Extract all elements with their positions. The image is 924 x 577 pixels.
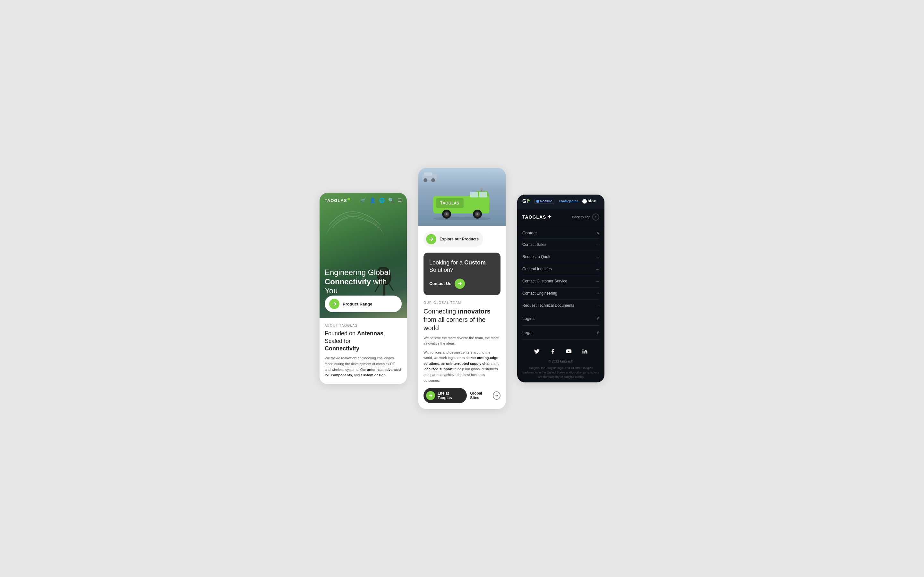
menu-item-contact-customer-service[interactable]: Contact Customer Service → xyxy=(522,276,599,287)
card3-header: TAOGLAS ✦ Back to Top ↑ xyxy=(517,208,604,226)
globe-icon[interactable]: 🌐 xyxy=(379,197,385,203)
navbar: TAOGLAS 🛒 👤 🌐 🔍 ☰ xyxy=(320,193,407,208)
radar-arcs-icon xyxy=(326,206,384,244)
logins-chevron-icon: ∨ xyxy=(596,316,599,321)
menu-item-contact-engineering[interactable]: Contact Engineering → xyxy=(522,287,599,300)
back-to-top-btn[interactable]: Back to Top ↑ xyxy=(572,213,599,221)
contact-us-label: Contact Us xyxy=(429,281,451,286)
svg-point-26 xyxy=(431,178,435,182)
global-sites-btn[interactable]: Global Sites xyxy=(470,391,501,400)
trademark-text: Taoglas, the Taoglas logo, and all other… xyxy=(522,366,599,380)
svg-rect-28 xyxy=(583,350,583,353)
contact-section: Contact ∧ Contact Sales → Request a Quot… xyxy=(517,226,604,311)
contact-engineering-label: Contact Engineering xyxy=(522,291,557,295)
global-sites-arrow-icon xyxy=(493,392,501,400)
nav-icons: 🛒 👤 🌐 🔍 ☰ xyxy=(360,197,402,203)
main-container: TAOGLAS 🛒 👤 🌐 🔍 ☰ Engineering Global Con… xyxy=(307,155,617,422)
hero-content: Engineering Global Connectivity with You xyxy=(325,268,402,295)
user-icon[interactable]: 👤 xyxy=(370,197,376,203)
explore-label: Explore our Products xyxy=(439,237,479,242)
product-range-cta[interactable]: Product Range xyxy=(325,295,402,312)
life-at-taoglas-btn[interactable]: Life at Taoglas xyxy=(423,388,467,403)
contact-arrow-icon xyxy=(455,279,465,289)
copyright-text: © 2023 Taoglas® xyxy=(522,359,599,363)
team-text-1: We believe the more diverse the team, th… xyxy=(423,335,501,347)
menu-item-request-technical-docs[interactable]: Request Technical Documents → xyxy=(522,300,599,311)
menu-item-request-quote[interactable]: Request a Quote → xyxy=(522,251,599,263)
contact-chevron-icon: ∧ xyxy=(596,230,599,235)
body-text: We tackle real-world engineering challen… xyxy=(325,356,402,378)
explore-products-btn[interactable]: Explore our Products xyxy=(423,231,483,247)
general-inquiries-label: General Inquiries xyxy=(522,267,551,271)
legal-section: Legal ∨ xyxy=(517,326,604,340)
explore-arrow-icon xyxy=(426,234,436,244)
footer-buttons: Life at Taoglas Global Sites xyxy=(423,388,501,403)
hero-heading: Engineering Global Connectivity with You xyxy=(325,268,402,295)
cta-arrow-icon xyxy=(329,299,339,309)
svg-point-19 xyxy=(477,213,478,215)
phone-card-1: TAOGLAS 🛒 👤 🌐 🔍 ☰ Engineering Global Con… xyxy=(320,193,407,384)
partner-bar: GI▶ NORDIC cradlepoint ublox xyxy=(517,195,604,208)
taoglas-van-icon: TAOGLAS ✦ xyxy=(430,185,494,220)
contact-sales-arrow-icon: → xyxy=(595,242,599,247)
team-heading: Connecting innovators from all corners o… xyxy=(423,307,501,332)
cart-icon[interactable]: 🛒 xyxy=(360,197,367,203)
menu-item-contact-sales[interactable]: Contact Sales → xyxy=(522,239,599,251)
background-cars-icon xyxy=(422,171,441,182)
contact-customer-service-arrow-icon: → xyxy=(595,279,599,284)
copyright-section: © 2023 Taoglas® Taoglas, the Taoglas log… xyxy=(517,359,604,383)
logo-dot xyxy=(347,198,350,200)
van-image: TAOGLAS ✦ xyxy=(418,168,506,226)
menu-item-general-inquiries[interactable]: General Inquiries → xyxy=(522,263,599,276)
custom-solution-heading: Looking for a Custom Solution? xyxy=(429,259,495,274)
taoglas-logo-white: TAOGLAS ✦ xyxy=(522,214,552,220)
request-quote-label: Request a Quote xyxy=(522,255,551,259)
facebook-icon[interactable] xyxy=(548,346,558,356)
back-top-icon: ↑ xyxy=(592,213,599,221)
search-icon[interactable]: 🔍 xyxy=(388,197,394,203)
contact-us-btn[interactable]: Contact Us xyxy=(429,279,465,289)
svg-point-21 xyxy=(480,188,483,190)
card2-body: Explore our Products Looking for a Custo… xyxy=(418,226,506,409)
contact-section-title: Contact xyxy=(522,230,537,235)
request-quote-arrow-icon: → xyxy=(595,255,599,259)
team-text-2: With offices and design centers around t… xyxy=(423,350,501,384)
svg-text:✦: ✦ xyxy=(439,199,443,203)
svg-rect-24 xyxy=(424,172,432,176)
svg-text:TAOGLAS: TAOGLAS xyxy=(441,201,459,205)
twitter-icon[interactable] xyxy=(531,346,542,356)
phone-card-3: GI▶ NORDIC cradlepoint ublox TAOGLAS ✦ B… xyxy=(517,195,604,383)
phone-card-2: TAOGLAS ✦ xyxy=(418,168,506,409)
life-arrow-icon xyxy=(426,391,435,400)
logins-section-title: Logins xyxy=(522,316,535,321)
body-heading: Founded on Antennas, Scaled for Connecti… xyxy=(325,330,402,352)
ublox-logo: ublox xyxy=(582,199,596,203)
contact-sales-label: Contact Sales xyxy=(522,242,546,247)
life-btn-label: Life at Taoglas xyxy=(438,391,462,400)
request-technical-docs-label: Request Technical Documents xyxy=(522,303,574,308)
nordic-logo: NORDIC xyxy=(535,199,554,204)
svg-point-22 xyxy=(433,217,491,220)
menu-icon[interactable]: ☰ xyxy=(397,197,402,203)
svg-rect-9 xyxy=(470,192,478,197)
taoglas-logo: TAOGLAS xyxy=(325,198,350,203)
cradlepoint-logo: cradlepoint xyxy=(559,199,578,203)
card1-body: ABOUT TAOGLAS Founded on Antennas, Scale… xyxy=(320,318,407,384)
product-range-label: Product Range xyxy=(342,301,372,306)
logins-section-header[interactable]: Logins ∨ xyxy=(522,311,599,326)
contact-customer-service-label: Contact Customer Service xyxy=(522,279,567,284)
svg-rect-10 xyxy=(479,192,487,197)
legal-section-header[interactable]: Legal ∨ xyxy=(522,326,599,340)
custom-solution-box: Looking for a Custom Solution? Contact U… xyxy=(423,253,501,295)
linkedin-icon[interactable] xyxy=(580,346,590,356)
youtube-icon[interactable] xyxy=(564,346,574,356)
hero-section: TAOGLAS 🛒 👤 🌐 🔍 ☰ Engineering Global Con… xyxy=(320,193,407,318)
gi-logo: GI▶ xyxy=(522,198,530,204)
svg-point-29 xyxy=(583,349,583,350)
about-label: ABOUT TAOGLAS xyxy=(325,324,402,327)
contact-section-header[interactable]: Contact ∧ xyxy=(522,226,599,239)
global-team-label: OUR GLOBAL TEAM xyxy=(423,301,501,305)
back-to-top-label: Back to Top xyxy=(572,215,590,219)
logins-section: Logins ∨ xyxy=(517,311,604,326)
social-links xyxy=(517,340,604,359)
